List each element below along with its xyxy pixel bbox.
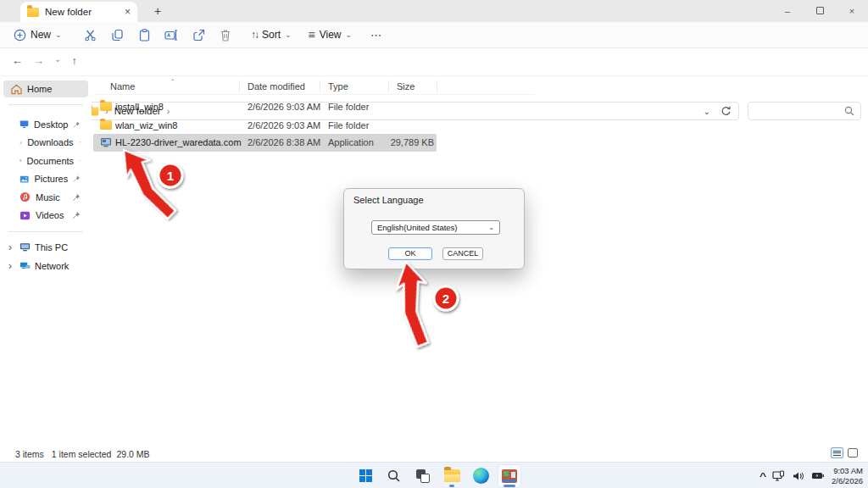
cut-button[interactable] [76,29,103,42]
volume-icon[interactable] [792,470,804,482]
file-explorer-window: New folder × + – × New ⌄ [0,0,868,488]
chevron-right-icon[interactable]: › [8,241,15,253]
navigation-pane: Home Desktop Downloads Document [0,76,92,446]
back-button[interactable]: ← [12,54,23,67]
column-type[interactable]: Type [328,81,348,92]
sidebar-item-videos[interactable]: Videos [3,208,88,224]
sidebar-item-label: Pictures [34,174,68,184]
taskbar-installer-button[interactable] [498,465,520,487]
chevron-down-icon: ⌄ [346,30,353,39]
explorer-tab[interactable]: New folder × [20,2,137,22]
file-name: install_win8 [115,102,164,112]
file-explorer-icon [444,469,460,482]
taskbar-file-explorer-button[interactable] [441,465,463,487]
taskbar-search-button[interactable] [383,465,405,487]
folder-icon [100,120,112,130]
taskbar-edge-button[interactable] [470,465,492,487]
chevron-right-icon[interactable]: › [8,260,15,272]
file-date: 2/6/2026 9:03 AM [248,102,320,112]
file-row-hl-2230-driver[interactable]: HL-2230-driver_waredata.com 2/6/2026 8:3… [93,134,437,152]
forward-button[interactable]: → [33,54,44,67]
plus-circle-icon [14,29,26,42]
taskbar-clock[interactable]: 9:03 AM 2/6/2026 [832,466,863,486]
file-name: HL-2230-driver_waredata.com [115,137,242,147]
sidebar-item-music[interactable]: Music [3,189,88,205]
language-dropdown[interactable]: English(United States) ⌄ [371,220,500,235]
sidebar-item-desktop[interactable]: Desktop [3,116,88,132]
language-value: English(United States) [377,223,458,232]
sidebar-item-label: Network [35,261,69,271]
pin-icon [79,138,81,147]
details-view-button[interactable] [831,447,843,458]
sidebar-item-this-pc[interactable]: › This PC [3,239,88,255]
sidebar-item-documents[interactable]: Documents [3,152,88,169]
close-button[interactable]: × [836,6,868,16]
sort-button[interactable]: ↑↓ Sort ⌄ [251,29,292,41]
up-button[interactable]: ↑ [71,54,77,67]
chevron-down-icon: ⌄ [488,224,494,231]
items-count: 3 items [15,449,44,459]
battery-icon[interactable] [811,470,825,481]
sidebar-item-downloads[interactable]: Downloads [3,135,88,151]
minimize-button[interactable]: – [771,6,804,16]
maximize-icon [816,7,824,14]
sidebar-item-network[interactable]: › Network [3,258,88,274]
paste-button[interactable] [131,29,158,42]
tab-title: New folder [45,7,92,17]
history-chevron-icon[interactable]: ⌄ [54,54,61,67]
ok-button[interactable]: OK [388,247,432,260]
installer-icon [502,469,517,483]
cut-icon [84,29,97,42]
column-size[interactable]: Size [397,81,415,92]
task-view-button[interactable] [412,465,434,487]
copy-icon [111,29,124,42]
file-row-install-win8[interactable]: install_win8 2/6/2026 9:03 AM File folde… [93,98,437,116]
downloads-icon [19,137,22,148]
tab-close-icon[interactable]: × [125,6,131,18]
selection-count: 1 item selected [52,449,112,459]
sidebar-item-label: Videos [36,210,64,220]
network-tray-icon[interactable] [772,470,785,482]
pin-icon [72,211,81,219]
file-type: File folder [328,102,369,112]
column-date-modified[interactable]: Date modified [248,81,305,92]
new-tab-button[interactable]: + [149,3,166,19]
folder-icon [27,8,39,17]
this-pc-icon [19,241,31,252]
active-indicator [504,485,515,487]
sidebar-item-home[interactable]: Home [3,80,88,97]
share-button[interactable] [185,29,212,42]
copy-button[interactable] [103,29,131,42]
hidden-icons-chevron[interactable]: ^ [760,471,766,481]
folder-icon [100,102,112,111]
command-bar: New ⌄ [0,22,868,48]
sidebar-item-label: Home [27,84,52,94]
rename-button[interactable] [158,29,185,42]
file-size: 29,789 KB [373,137,434,147]
large-icons-view-button[interactable] [848,448,858,458]
maximize-button[interactable] [804,6,836,16]
status-bar: 3 items 1 item selected 29.0 MB [0,446,868,461]
column-headers: Name ˆ Date modified Type Size [93,78,534,95]
sidebar-item-pictures[interactable]: Pictures [3,171,88,187]
tray-date: 2/6/2026 [832,476,863,486]
file-row-wlan-wiz-win8[interactable]: wlan_wiz_win8 2/6/2026 9:03 AM File fold… [93,117,437,135]
sidebar-item-label: Downloads [27,137,73,147]
column-name[interactable]: Name [110,81,135,92]
cancel-button[interactable]: CANCEL [442,247,483,260]
select-language-dialog: Select Language English(United States) ⌄… [343,188,525,269]
pin-icon [72,193,81,202]
paste-icon [138,29,151,42]
sort-arrows-icon: ↑↓ [251,29,258,41]
more-options-button[interactable]: ⋯ [370,29,382,42]
rename-icon [164,29,178,42]
delete-button[interactable] [212,29,239,42]
new-button[interactable]: New ⌄ [14,29,70,42]
taskbar: ^ 9:03 AM 2/6/2026 [0,462,868,488]
application-icon [100,137,112,150]
view-lines-icon: ≡ [309,28,315,42]
sidebar-item-label: Music [36,192,60,202]
view-button[interactable]: ≡ View ⌄ [309,28,353,42]
start-button[interactable] [354,465,376,487]
network-icon [19,260,31,271]
